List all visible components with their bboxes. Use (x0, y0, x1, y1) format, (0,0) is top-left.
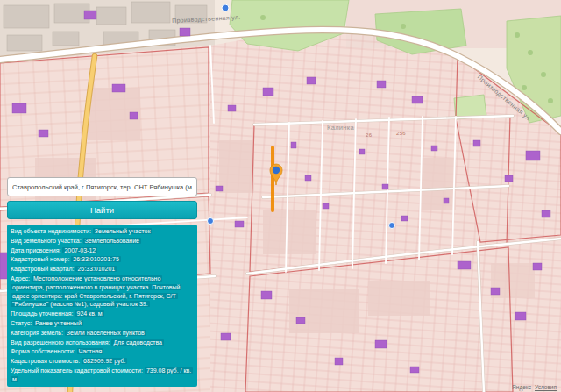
info-label: Статус: (11, 320, 33, 326)
info-row: Вид разрешенного использования: Для садо… (11, 339, 194, 347)
info-label: Удельный показатель кадастровой стоимост… (11, 367, 145, 374)
find-button[interactable]: Найти (7, 201, 197, 219)
info-value: Земли населенных пунктов (65, 330, 146, 336)
business-poi-icon (389, 223, 395, 229)
info-row: Категория земель: Земли населенных пункт… (11, 329, 194, 338)
attribution: ЯндексУсловия (512, 384, 557, 390)
business-poi-icon (208, 218, 214, 225)
info-value: 2007-03-12 (62, 247, 97, 253)
info-value: 26:33:010201:75 (71, 256, 121, 262)
info-label: Категория земель: (11, 330, 65, 336)
info-label: Кадастровая стоимость: (11, 358, 82, 364)
info-value: Землепользование (83, 238, 141, 244)
info-row: Кадастровый квартал: 26:33:010201 (11, 265, 194, 274)
info-value: 924 кв. м (75, 310, 104, 317)
info-label: Дата присвоения: (11, 247, 62, 253)
info-row: Кадастровый номер: 26:33:010201:75 (11, 255, 194, 264)
info-row: Вид земельного участка: Землепользование (11, 237, 194, 246)
info-row: Дата присвоения: 2007-03-12 (11, 246, 194, 255)
info-value: 682909.92 руб. (82, 358, 127, 364)
pin-dot (273, 167, 280, 174)
map-pin[interactable] (267, 161, 285, 186)
info-row: Форма собственности: Частная (11, 347, 194, 356)
info-value: Местоположение установлено относительно … (11, 275, 181, 307)
info-value: 26:33:010201 (75, 266, 117, 272)
info-row: Кадастровая стоимость: 682909.92 руб. (11, 357, 194, 366)
info-label: Площадь уточненная: (11, 310, 75, 317)
info-row: Удельный показатель кадастровой стоимост… (11, 367, 194, 384)
info-row: Вид объекта недвижимости: Земельный учас… (11, 227, 194, 236)
hotel-poi-icon (222, 4, 229, 11)
info-label: Форма собственности: (11, 348, 77, 354)
info-label: Вид объекта недвижимости: (11, 228, 93, 234)
info-value: Земельный участок (93, 228, 153, 234)
parcel-info-rows: Вид объекта недвижимости: Земельный учас… (11, 227, 194, 384)
search-input[interactable] (7, 177, 197, 196)
info-row: Площадь уточненная: 924 кв. м (11, 310, 194, 318)
map-app: Производственная ул.Производственная ул.… (0, 0, 561, 392)
yandex-logo: Яндекс (512, 384, 531, 390)
info-label: Кадастровый квартал: (11, 266, 75, 272)
info-row: Статус: Ранее учтенный (11, 319, 194, 328)
info-label: Вид разрешенного использования: (11, 339, 111, 346)
info-label: Кадастровый номер: (11, 256, 71, 262)
terms-link[interactable]: Условия (535, 384, 557, 390)
info-value: Ранее учтенный (33, 320, 83, 326)
info-panel: Вид объекта недвижимости: Земельный учас… (7, 225, 197, 387)
info-label: Вид земельного участка: (11, 238, 83, 244)
info-value: Частная (77, 348, 104, 354)
info-label: Адрес: (11, 275, 32, 282)
info-value: Для садоводства (111, 339, 164, 346)
info-row: Адрес: Местоположение установлено относи… (11, 274, 194, 309)
